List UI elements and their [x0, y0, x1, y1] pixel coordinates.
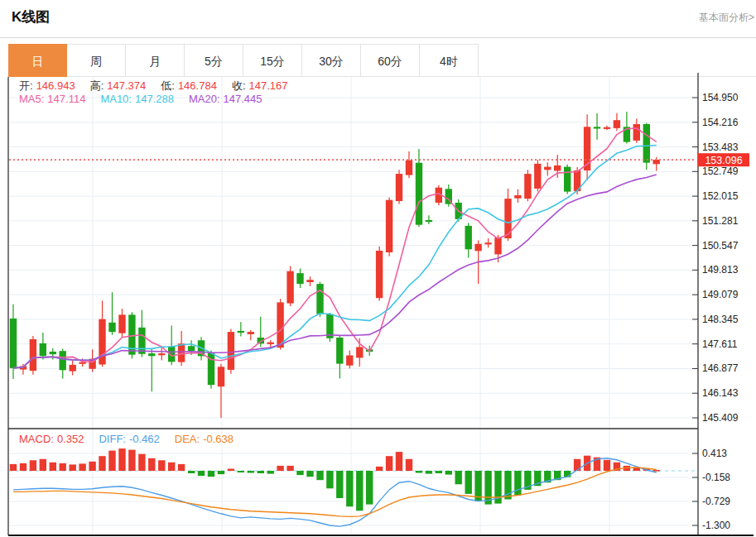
svg-text:145.409: 145.409	[702, 412, 739, 424]
svg-text:0.413: 0.413	[702, 448, 727, 459]
svg-text:153.483: 153.483	[702, 141, 739, 153]
legend-ohlc-close: 收:147.167	[232, 79, 291, 93]
svg-text:-0.729: -0.729	[702, 496, 730, 507]
ma5-line	[13, 128, 657, 368]
ohlc-legend: 开:146.943高:147.374低:146.784收:147.167	[19, 79, 303, 93]
svg-text:152.749: 152.749	[702, 165, 739, 177]
svg-text:148.345: 148.345	[702, 314, 739, 325]
svg-text:154.950: 154.950	[702, 92, 739, 103]
svg-text:154.216: 154.216	[702, 117, 739, 128]
legend-ma-ma5: MA5:147.114	[19, 93, 89, 105]
candlesticks	[10, 112, 660, 418]
legend-macd-dea: DEA:-0.638	[175, 433, 237, 445]
svg-text:146.143: 146.143	[702, 387, 739, 399]
legend-ohlc-open: 开:146.943	[19, 79, 79, 93]
legend-ohlc-low: 低:146.784	[161, 79, 220, 93]
svg-text:146.877: 146.877	[702, 362, 739, 374]
svg-text:-1.300: -1.300	[702, 520, 730, 531]
legend-macd-macd: MACD:0.352	[19, 433, 87, 445]
macd-legend: MACD:0.352DIFF:-0.462DEA:-0.638	[19, 433, 248, 445]
svg-text:151.281: 151.281	[702, 215, 739, 227]
kline-app: K线图 基本面分析> 日周月5分15分30分60分4时 154.950154.2…	[0, 0, 756, 537]
legend-ohlc-high: 高:147.374	[90, 79, 150, 93]
legend-ma-ma20: MA20:147.445	[189, 93, 266, 105]
svg-text:149.813: 149.813	[702, 264, 739, 276]
svg-text:153.096: 153.096	[705, 155, 742, 166]
legend-ma-ma10: MA10:147.288	[100, 93, 177, 105]
ma-legend: MA5:147.114MA10:147.288MA20:147.445	[19, 93, 277, 105]
legend-macd-diff: DIFF:-0.462	[99, 433, 162, 445]
svg-text:150.547: 150.547	[702, 240, 739, 252]
svg-text:147.611: 147.611	[702, 338, 738, 350]
svg-text:152.015: 152.015	[702, 190, 739, 202]
svg-text:149.079: 149.079	[702, 289, 739, 300]
last-price-badge: 153.096	[698, 153, 749, 166]
ma20-line	[13, 175, 657, 368]
svg-text:-0.158: -0.158	[702, 472, 730, 483]
